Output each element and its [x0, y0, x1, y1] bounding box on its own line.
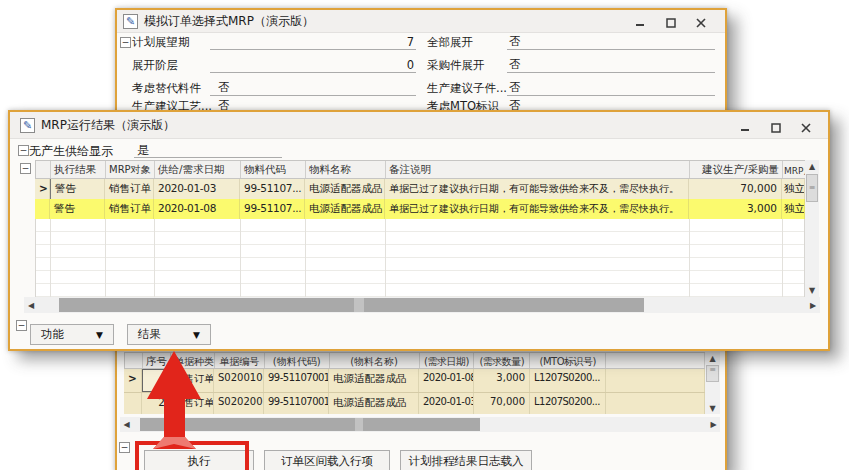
cell-demand-qty[interactable]: 3,000: [474, 369, 530, 392]
table-row[interactable]: 2 销售订单 S020200... 99-51107001... 电源适配器成品…: [124, 392, 706, 414]
cell-filler: [606, 393, 705, 414]
cell-demand-date[interactable]: 2020-01-03: [419, 393, 474, 414]
mrp-result-window: ✎ MRP运行结果（演示版） − 无产生供给显示 是 − 执行结果 MRP对象 …: [8, 110, 830, 351]
row-marker: [35, 199, 50, 219]
column-header-date[interactable]: 供给/需求日期: [155, 161, 241, 178]
cell-result[interactable]: 警告: [50, 179, 105, 199]
thumb-notch: [355, 418, 363, 431]
v-scroll-thumb[interactable]: ≡: [706, 365, 719, 382]
column-header-material-name[interactable]: 物料名称: [306, 161, 386, 178]
cell-doc-no[interactable]: S020010...: [214, 369, 264, 392]
scroll-up-icon[interactable]: ▲: [705, 352, 720, 364]
cell-demand-date[interactable]: 2020-01-08: [419, 369, 474, 392]
cell-material-code[interactable]: 99-51107...: [240, 179, 305, 199]
cell-note[interactable]: 单据已过了建议执行日期，有可能导致供给来不及，需尽快执行。: [385, 179, 689, 199]
mrp-result-titlebar[interactable]: ✎ MRP运行结果（演示版）: [10, 112, 828, 139]
cell-material-name[interactable]: 电源适配器成品: [305, 179, 385, 199]
collapse-toggle[interactable]: −: [16, 320, 27, 331]
column-header-demand-qty[interactable]: (需求数量): [474, 353, 530, 368]
scroll-down-icon[interactable]: ▼: [705, 402, 720, 414]
chevron-down-icon: ▼: [193, 330, 200, 340]
cell-material-name[interactable]: 电源适配器成品: [329, 369, 419, 392]
field-label: 全部展开: [427, 35, 473, 50]
collapse-toggle[interactable]: −: [20, 163, 31, 174]
column-header-qty[interactable]: 建议生产/采购量: [690, 161, 783, 178]
cell-qty[interactable]: 3,000: [689, 199, 782, 219]
field-label: 考虑替代料件: [132, 81, 201, 96]
field-label: 采购件展开: [427, 58, 485, 73]
result-table-header: 执行结果 MRP对象 供给/需求日期 物料代码 物料名称 备注说明 建议生产/采…: [35, 160, 807, 179]
scroll-left-icon[interactable]: ◀: [24, 297, 38, 313]
column-header-demand-date[interactable]: (需求日期): [420, 353, 475, 368]
cell-mrp-attr[interactable]: 独立: [782, 199, 805, 219]
h-scroll-thumb[interactable]: [59, 298, 644, 312]
v-scrollbar[interactable]: ▲ ≡ ▼: [805, 160, 819, 297]
cell-mrp-attr[interactable]: 独立: [782, 179, 805, 199]
cell-mto[interactable]: L1207S0200...: [530, 369, 606, 392]
v-scroll-thumb[interactable]: ≡: [806, 174, 818, 202]
maximize-icon[interactable]: [769, 121, 782, 134]
v-scrollbar[interactable]: ▲ ≡ ▼: [705, 352, 720, 414]
collapse-toggle[interactable]: −: [18, 145, 29, 156]
function-dropdown[interactable]: 功能 ▼: [30, 324, 114, 345]
cell-filler: [606, 369, 705, 392]
h-scrollbar[interactable]: ◀ ▶: [24, 297, 820, 313]
cell-qty[interactable]: 70,000: [689, 179, 782, 199]
cell-doc-no[interactable]: S020200...: [214, 393, 264, 414]
maximize-icon[interactable]: [664, 16, 677, 29]
thumb-notch: [354, 298, 364, 312]
cell-material-code[interactable]: 99-51107001...: [264, 393, 329, 414]
field-label: 计划展望期: [132, 35, 190, 50]
column-header-material-code[interactable]: 物料代码: [241, 161, 306, 178]
cell-mrp-object[interactable]: 销售订单: [105, 179, 154, 199]
thumb-grip-icon: ≡: [707, 366, 718, 374]
h-scrollbar[interactable]: ◀ ▶: [120, 417, 720, 432]
minimize-icon[interactable]: [739, 121, 752, 134]
scroll-up-icon[interactable]: ▲: [805, 160, 819, 173]
cell-mto[interactable]: L1207S0200...: [530, 393, 606, 414]
scroll-right-icon[interactable]: ▶: [707, 417, 720, 432]
cell-mrp-object[interactable]: 销售订单: [105, 199, 154, 219]
cell-date[interactable]: 2020-01-08: [154, 199, 240, 219]
row-marker: >: [35, 179, 50, 199]
field-value: 0: [212, 58, 414, 72]
cell-note[interactable]: 单据已过了建议执行日期，有可能导致供给来不及，需尽快执行。: [385, 199, 689, 219]
cell-date[interactable]: 2020-01-03: [154, 179, 240, 199]
column-header-material-name[interactable]: (物料名称): [330, 353, 420, 368]
column-header-doc-no[interactable]: 单据编号: [215, 353, 265, 368]
cell-material-code[interactable]: 99-51107...: [240, 199, 305, 219]
load-schedule-log-button[interactable]: 计划排程结果日志载入: [400, 450, 532, 470]
field-value: 否: [509, 57, 521, 72]
edit-window-icon: ✎: [123, 14, 138, 29]
cell-material-name[interactable]: 电源适配器成品: [329, 393, 419, 414]
column-header-mto[interactable]: (MTO标识号): [530, 353, 606, 368]
close-icon[interactable]: [694, 16, 707, 29]
column-header-note[interactable]: 备注说明: [386, 161, 690, 178]
cell-demand-qty[interactable]: 70,000: [474, 393, 530, 414]
column-header-mrp-object[interactable]: MRP对象: [106, 161, 155, 178]
cell-material-name[interactable]: 电源适配器成品: [305, 199, 385, 219]
column-header-result[interactable]: 执行结果: [51, 161, 106, 178]
minimize-icon[interactable]: [634, 16, 647, 29]
chevron-down-icon: ▼: [96, 330, 103, 340]
collapse-toggle[interactable]: −: [119, 442, 130, 453]
collapse-toggle[interactable]: −: [120, 37, 131, 48]
result-dropdown[interactable]: 结果 ▼: [127, 324, 211, 345]
cell-result[interactable]: 警告: [50, 199, 105, 219]
table-row[interactable]: 警告 销售订单 2020-01-08 99-51107... 电源适配器成品 单…: [35, 199, 807, 219]
field-value: 否: [509, 34, 521, 49]
cell-material-code[interactable]: 99-51107001...: [264, 369, 329, 392]
table-row[interactable]: > 警告 销售订单 2020-01-03 99-51107... 电源适配器成品…: [35, 179, 807, 199]
mrp-params-title: 模拟订单选择式MRP（演示版）: [144, 13, 314, 30]
column-header-mrp-attr[interactable]: MRP属: [783, 161, 806, 178]
load-order-range-button[interactable]: 订单区间载入行项: [264, 450, 390, 470]
field-value: 否: [509, 80, 521, 95]
scroll-down-icon[interactable]: ▼: [805, 284, 819, 297]
table-row[interactable]: > 销售订单 S020010... 99-51107001... 电源适配器成品…: [124, 369, 706, 392]
order-table-header: 序号 单据种类 单据编号 (物料代码) (物料名称) (需求日期) (需求数量)…: [124, 352, 706, 369]
scroll-left-icon[interactable]: ◀: [120, 417, 133, 432]
close-icon[interactable]: [799, 121, 812, 134]
column-header-material-code[interactable]: (物料代码): [265, 353, 330, 368]
scroll-right-icon[interactable]: ▶: [806, 297, 820, 313]
filter-label: 无产生供给显示: [29, 143, 113, 160]
